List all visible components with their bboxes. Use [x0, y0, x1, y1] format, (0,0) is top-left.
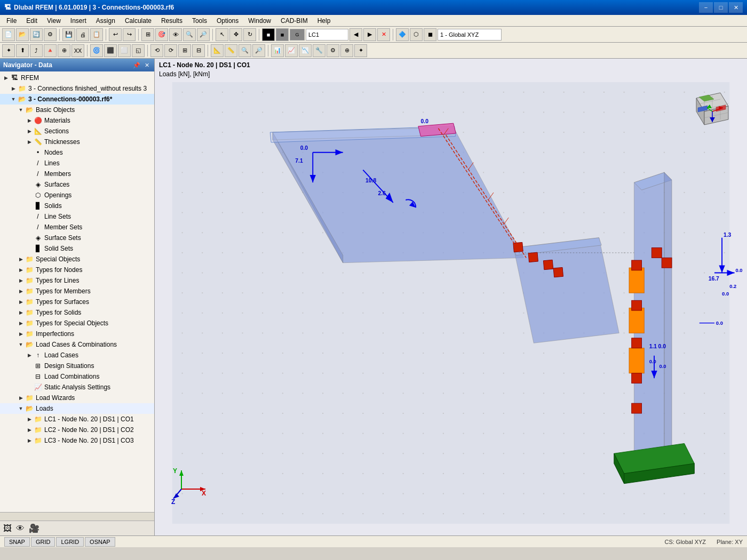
- tb2-24[interactable]: ⊕: [340, 44, 353, 57]
- nav-tree-item-conn-000003[interactable]: ▼📂3 - Connections-000003.rf6*: [0, 94, 154, 105]
- tb2-15[interactable]: 📐: [211, 44, 224, 57]
- tb2-12[interactable]: ⟳: [164, 44, 177, 57]
- wire-btn[interactable]: ⬡: [410, 28, 423, 41]
- print2-btn[interactable]: 📋: [90, 28, 103, 41]
- nav-tree-item-types-solids[interactable]: ▶📁Types for Solids: [0, 307, 154, 318]
- cs-dropdown[interactable]: 1 - Global XYZ: [438, 29, 502, 41]
- tb2-17[interactable]: 🔍: [239, 44, 251, 57]
- menu-item-results[interactable]: Results: [157, 15, 187, 26]
- tb2-5[interactable]: ⊕: [58, 44, 70, 57]
- nav-tree-item-load-combinations[interactable]: ⊟Load Combinations: [0, 371, 154, 382]
- nav-tree-item-member-sets[interactable]: /Member Sets: [0, 222, 154, 233]
- nav-tree-item-sections[interactable]: ▶📐Sections: [0, 126, 154, 137]
- refresh-btn[interactable]: 🔄: [30, 28, 43, 41]
- nav-tree-item-rfem[interactable]: ▶🏗RFEM: [0, 73, 154, 83]
- new-btn[interactable]: 📄: [2, 28, 15, 41]
- nav-tree-item-surfaces[interactable]: ◈Surfaces: [0, 179, 154, 190]
- nav-tree-item-load-wizards[interactable]: ▶📁Load Wizards: [0, 393, 154, 403]
- rotate-btn[interactable]: ↻: [243, 28, 256, 41]
- nav-tree-item-openings[interactable]: ⬡Openings: [0, 190, 154, 201]
- nav-icon-diagram[interactable]: 🖼: [3, 524, 12, 533]
- nav-tree-item-materials[interactable]: ▶🔴Materials: [0, 115, 154, 126]
- minimize-button[interactable]: −: [699, 2, 713, 13]
- menu-item-tools[interactable]: Tools: [188, 15, 211, 26]
- tb2-25[interactable]: ✦: [354, 44, 367, 57]
- nav-tree-item-lc1[interactable]: ▶📁LC1 - Node No. 20 | DS1 | CO1: [0, 414, 154, 425]
- nav-tree-item-types-surfaces[interactable]: ▶📁Types for Surfaces: [0, 297, 154, 307]
- maximize-button[interactable]: □: [714, 2, 728, 13]
- lc-dropdown[interactable]: LC1: [306, 29, 348, 41]
- nav-tree-item-static-analysis[interactable]: 📈Static Analysis Settings: [0, 382, 154, 393]
- menu-item-assign[interactable]: Assign: [92, 15, 120, 26]
- snap-button[interactable]: SNAP: [4, 537, 30, 547]
- nav-horizontal-scrollbar[interactable]: [0, 512, 154, 521]
- select-btn[interactable]: ↖: [216, 28, 228, 41]
- orientation-cube[interactable]: [688, 87, 736, 135]
- prev-btn[interactable]: ◀: [349, 28, 362, 41]
- nav-icon-camera[interactable]: 🎥: [29, 523, 39, 533]
- nav-tree-item-types-members[interactable]: ▶📁Types for Members: [0, 286, 154, 297]
- nav-tree-item-types-nodes[interactable]: ▶📁Types for Nodes: [0, 265, 154, 275]
- osnap-button[interactable]: OSNAP: [85, 537, 115, 547]
- tb2-21[interactable]: 📉: [299, 44, 312, 57]
- save-btn[interactable]: 💾: [62, 28, 75, 41]
- lgrid-button[interactable]: LGRID: [56, 537, 84, 547]
- color-btn[interactable]: ■: [262, 28, 275, 41]
- print-btn[interactable]: 🖨: [76, 28, 89, 41]
- redo-btn[interactable]: ↪: [123, 28, 136, 41]
- nav-tree-item-basic-objects[interactable]: ▼📂Basic Objects: [0, 105, 154, 115]
- view-btn[interactable]: 👁: [169, 28, 182, 41]
- tb2-2[interactable]: ⬆: [16, 44, 29, 57]
- tb2-3[interactable]: ⤴: [30, 44, 43, 57]
- nav-tree-item-thicknesses[interactable]: ▶📏Thicknesses: [0, 137, 154, 147]
- move-btn[interactable]: ✥: [229, 28, 242, 41]
- nav-tree-item-lc3[interactable]: ▶📁LC3 - Node No. 20 | DS1 | CO3: [0, 435, 154, 446]
- nav-tree-item-members[interactable]: /Members: [0, 169, 154, 179]
- tb2-8[interactable]: ⬛: [104, 44, 117, 57]
- nav-icon-view[interactable]: 👁: [16, 524, 25, 533]
- menu-item-options[interactable]: Options: [212, 15, 243, 26]
- grid-btn[interactable]: ⊞: [141, 28, 154, 41]
- snap-btn[interactable]: 🎯: [155, 28, 168, 41]
- tb2-20[interactable]: 📈: [285, 44, 298, 57]
- shade-btn[interactable]: ◼: [424, 28, 436, 41]
- nav-tree-item-conn-finished[interactable]: ▶📁3 - Connections finished_without resul…: [0, 83, 154, 94]
- tb2-13[interactable]: ⊞: [178, 44, 191, 57]
- tb2-14[interactable]: ⊟: [192, 44, 205, 57]
- nav-tree-item-load-cases[interactable]: ▶↑Load Cases: [0, 350, 154, 361]
- menu-item-file[interactable]: File: [2, 15, 21, 26]
- tb2-7[interactable]: 🌀: [90, 44, 103, 57]
- next-btn[interactable]: ▶: [363, 28, 376, 41]
- tb2-9[interactable]: ⬜: [118, 44, 131, 57]
- nav-pin-button[interactable]: 📌: [131, 61, 142, 69]
- open-btn[interactable]: 📂: [16, 28, 29, 41]
- zoom-btn[interactable]: 🔍: [183, 28, 196, 41]
- nav-tree-item-loads[interactable]: ▼📂Loads: [0, 403, 154, 414]
- nav-tree-item-line-sets[interactable]: /Line Sets: [0, 211, 154, 222]
- render-btn[interactable]: 🔷: [396, 28, 409, 41]
- nav-tree-item-load-cases-comb[interactable]: ▼📂Load Cases & Combinations: [0, 339, 154, 350]
- tb2-4[interactable]: 🔺: [44, 44, 57, 57]
- nav-tree-item-imperfections[interactable]: ▶📁Imperfections: [0, 329, 154, 339]
- menu-item-view[interactable]: View: [43, 15, 65, 26]
- viewport[interactable]: LC1 - Node No. 20 | DS1 | CO1 Loads [kN]…: [155, 59, 747, 535]
- nav-tree-item-types-special[interactable]: ▶📁Types for Special Objects: [0, 318, 154, 329]
- color2-btn[interactable]: ■: [276, 28, 289, 41]
- menu-item-cad-bim[interactable]: CAD-BIM: [276, 15, 312, 26]
- tb2-11[interactable]: ⟲: [150, 44, 163, 57]
- settings-btn[interactable]: ⚙: [44, 28, 57, 41]
- tb2-19[interactable]: 📊: [271, 44, 284, 57]
- tb2-18[interactable]: 🔎: [252, 44, 265, 57]
- grid-button[interactable]: GRID: [31, 537, 55, 547]
- menu-item-help[interactable]: Help: [313, 15, 335, 26]
- tb2-6[interactable]: XX: [71, 44, 84, 57]
- menu-item-calculate[interactable]: Calculate: [121, 15, 156, 26]
- nav-tree-item-lc2[interactable]: ▶📁LC2 - Node No. 20 | DS1 | CO2: [0, 425, 154, 435]
- tb2-1[interactable]: ✦: [2, 44, 15, 57]
- nav-tree-item-lines[interactable]: /Lines: [0, 158, 154, 169]
- nav-tree-item-design-situations[interactable]: ⊞Design Situations: [0, 361, 154, 371]
- menu-item-insert[interactable]: Insert: [66, 15, 91, 26]
- delete-btn[interactable]: ✕: [377, 28, 390, 41]
- zoom2-btn[interactable]: 🔎: [197, 28, 210, 41]
- tb2-16[interactable]: 📏: [225, 44, 237, 57]
